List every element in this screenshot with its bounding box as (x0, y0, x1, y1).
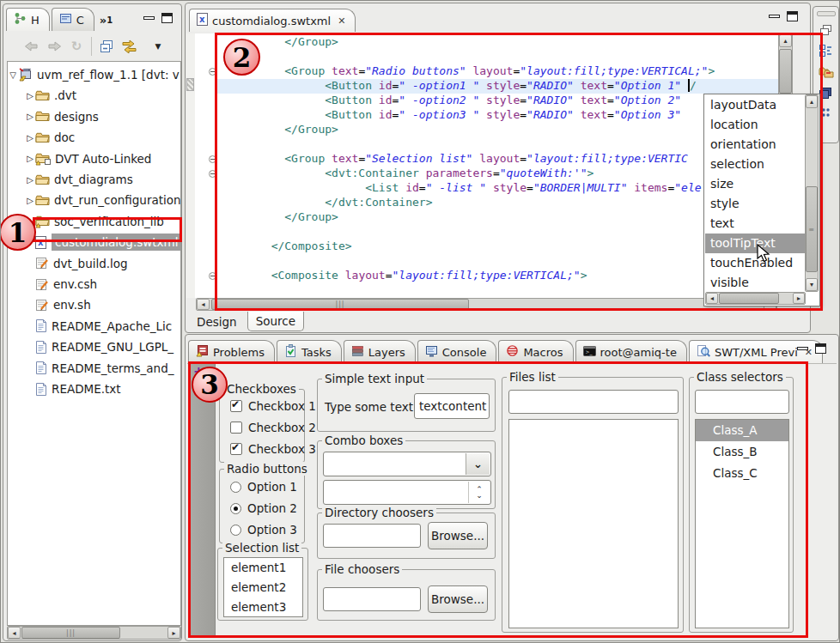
text-input-field[interactable]: textcontent (414, 393, 490, 419)
list-item[interactable]: element3 (224, 598, 302, 617)
minimize-icon[interactable] (143, 16, 155, 20)
completion-item[interactable]: size (705, 174, 805, 194)
checkbox-row[interactable]: Checkbox 1 (230, 399, 316, 413)
outline-view-icon[interactable] (813, 44, 838, 58)
minimize-icon[interactable] (797, 347, 808, 350)
popup-hscrollbar[interactable]: ◂ ▸ (705, 292, 806, 305)
tree-item[interactable]: ▷DVT Auto-Linked (25, 149, 181, 169)
completion-item[interactable]: visible (705, 273, 805, 293)
view-menu-icon[interactable]: ▼ (147, 35, 169, 58)
checkbox-row[interactable]: Checkbox 3 (230, 442, 316, 456)
scroll-up-icon[interactable]: ▴ (779, 34, 792, 47)
more-tabs-chevron[interactable]: »1 (96, 9, 116, 31)
bottom-tab-problems[interactable]: Problems (188, 340, 275, 363)
completion-item[interactable]: text (705, 214, 805, 234)
expand-arrow-icon[interactable]: ▷ (25, 175, 35, 185)
completion-item[interactable]: style (705, 194, 805, 214)
radio-unselected-icon[interactable] (230, 525, 241, 536)
collapse-all-icon[interactable] (95, 35, 118, 58)
restore-views-icon[interactable] (813, 24, 838, 36)
editor-hscrollbar[interactable]: ◂ ||| ▸ (196, 298, 777, 311)
completion-item[interactable]: location (705, 115, 805, 135)
bottom-tab-macros[interactable]: Macros (498, 340, 573, 363)
files-filter-field[interactable] (508, 390, 679, 414)
list-item[interactable]: Class_C (696, 463, 788, 484)
project-tree[interactable]: ▽!uvm_ref_flow_1.1 [dvt: v▷.dvt▷designs▷… (7, 61, 181, 626)
class-list-box[interactable]: Class_AClass_BClass_C (695, 419, 789, 628)
popup-vscrollbar[interactable]: ▴ ≡ ▾ (805, 94, 819, 292)
tree-item[interactable]: README_terms_and_ (25, 358, 181, 379)
explorer-hscrollbar[interactable]: ◂ ||| ▸ (7, 626, 181, 640)
radio-row[interactable]: Option 3 (230, 523, 297, 537)
scroll-left-icon[interactable]: ◂ (197, 299, 210, 310)
tab-class-view[interactable]: C (52, 8, 94, 31)
scroll-up-icon[interactable]: ▴ (806, 95, 818, 108)
maximize-icon[interactable] (161, 13, 173, 23)
file-path-field[interactable] (323, 587, 421, 611)
tree-item[interactable]: ▷soc_verification_lib (25, 211, 181, 232)
completion-item[interactable]: layoutData (705, 95, 805, 115)
tab-source[interactable]: Source (247, 312, 304, 331)
tab-design[interactable]: Design (188, 312, 246, 332)
linked-folders-icon[interactable] (813, 65, 838, 79)
bottom-tab-console[interactable]: Console (417, 340, 497, 363)
fold-collapse-icon[interactable] (209, 170, 216, 178)
browse-directory-button[interactable]: Browse... (428, 522, 488, 549)
code-editor[interactable]: </Group> <Group text="Radio buttons" lay… (195, 33, 778, 298)
selection-list[interactable]: element1element2element3 (223, 557, 303, 617)
chevron-up-down-icon[interactable]: ⌃⌄ (468, 482, 490, 503)
fold-collapse-icon[interactable] (209, 68, 216, 76)
tree-item[interactable]: ▷designs (25, 106, 181, 127)
drag-handle[interactable] (817, 11, 836, 16)
scroll-thumb[interactable]: ≡ (806, 186, 818, 272)
tree-item[interactable]: env.sh (25, 294, 181, 315)
fold-collapse-icon[interactable] (209, 155, 216, 163)
content-assist-popup[interactable]: layoutDatalocationorientationselectionsi… (703, 94, 820, 306)
expand-arrow-icon[interactable]: ▷ (25, 196, 35, 205)
class-filter-field[interactable] (695, 390, 789, 414)
scroll-right-icon[interactable]: ▸ (793, 293, 805, 304)
expand-arrow-icon[interactable]: ▽ (8, 70, 18, 80)
tree-item[interactable]: README_GNU_LGPL_ (25, 337, 181, 357)
scroll-left-icon[interactable]: ◂ (706, 293, 718, 304)
forward-icon[interactable] (43, 35, 65, 58)
list-item[interactable]: Class_B (696, 441, 788, 463)
bottom-tab-tasks[interactable]: Tasks (277, 340, 342, 363)
scroll-thumb[interactable]: ||| (21, 627, 120, 639)
scroll-right-icon[interactable]: ▸ (167, 627, 180, 639)
radio-selected-icon[interactable] (230, 503, 241, 514)
tree-item[interactable]: ▷doc (25, 127, 181, 148)
completion-item[interactable]: toolTipText (705, 234, 805, 253)
tree-item[interactable]: ▷.dvt (25, 85, 181, 106)
tree-item[interactable]: README_Apache_Lic (25, 316, 181, 337)
list-item[interactable]: element2 (224, 578, 302, 598)
combo-box-dropdown[interactable]: ⌄ (323, 452, 491, 476)
tree-item[interactable]: env.csh (25, 274, 181, 294)
checkbox-row[interactable]: Checkbox 2 (230, 421, 316, 434)
chevron-down-icon[interactable]: ⌄ (466, 453, 490, 475)
completion-item[interactable]: orientation (705, 135, 805, 155)
list-item[interactable]: element1 (224, 558, 302, 578)
checkbox-checked-icon[interactable] (230, 443, 242, 455)
tree-item[interactable]: README.txt (25, 379, 181, 399)
editor-tab-customdialog[interactable]: x customdialog.swtxml ✕ (189, 9, 356, 32)
tree-item[interactable]: ▷dvt_run_configuration (25, 190, 181, 210)
scroll-left-icon[interactable]: ◂ (8, 627, 21, 639)
expand-arrow-icon[interactable]: ▷ (25, 133, 35, 143)
tree-item-root[interactable]: ▽!uvm_ref_flow_1.1 [dvt: v (8, 64, 180, 85)
tree-item[interactable]: dvt_build.log (25, 253, 181, 274)
scroll-thumb[interactable] (779, 49, 792, 94)
fold-collapse-icon[interactable] (209, 272, 216, 280)
files-list-box[interactable] (508, 419, 679, 628)
back-icon[interactable] (21, 35, 43, 58)
checkbox-unchecked-icon[interactable] (230, 422, 242, 434)
tree-item[interactable]: ▷dvt_diagrams (25, 169, 181, 190)
tree-item[interactable]: xcustomdialog.swtxml (25, 232, 181, 252)
combo-box-spinner[interactable]: ⌃⌄ (323, 480, 491, 505)
link-with-editor-icon[interactable] (118, 35, 140, 58)
radio-row[interactable]: Option 2 (230, 501, 297, 515)
scroll-down-icon[interactable]: ▾ (806, 278, 818, 291)
close-icon[interactable]: ✕ (338, 15, 345, 27)
minimize-icon[interactable] (769, 15, 780, 18)
radio-unselected-icon[interactable] (230, 482, 241, 493)
